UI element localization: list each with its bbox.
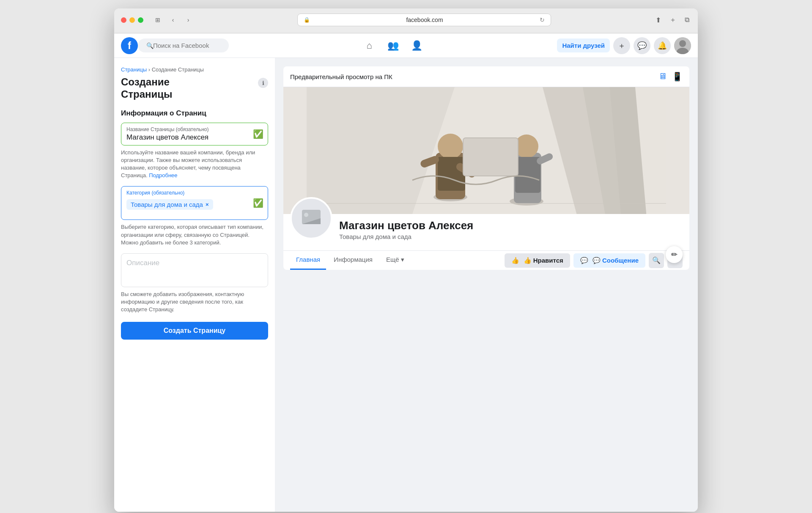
facebook-logo[interactable]: f bbox=[121, 37, 138, 54]
page-title-row: Создание Страницы ℹ bbox=[121, 76, 268, 101]
category-checkmark-icon: ✅ bbox=[253, 198, 263, 208]
minimize-traffic-light[interactable] bbox=[129, 17, 135, 23]
messenger-page-icon: 💬 bbox=[580, 257, 588, 264]
svg-rect-17 bbox=[515, 157, 540, 193]
sidebar: Страницы › Создание Страницы Создание Ст… bbox=[114, 58, 275, 512]
main-content: Страницы › Создание Страницы Создание Ст… bbox=[114, 58, 698, 512]
learn-more-link[interactable]: Подробнее bbox=[149, 172, 177, 178]
category-field[interactable]: Категория (обязательно) Товары для дома … bbox=[121, 186, 268, 220]
preview-page-category: Товары для дома и сада bbox=[339, 233, 683, 240]
preview-profile-section: Магазин цветов Алексея Товары для дома и… bbox=[283, 201, 689, 250]
description-field[interactable]: Описание bbox=[121, 253, 268, 287]
preview-title: Предварительный просмотр на ПК bbox=[290, 73, 392, 80]
preview-nav-home[interactable]: Главная bbox=[290, 251, 326, 270]
browser-actions: ⬆ ＋ ⧉ bbox=[654, 14, 691, 26]
svg-rect-11 bbox=[438, 157, 465, 191]
like-icon: 👍 bbox=[511, 257, 519, 264]
svg-rect-20 bbox=[463, 138, 518, 176]
section-title: Информация о Страниц bbox=[121, 109, 268, 118]
category-label: Категория (обязательно) bbox=[126, 190, 263, 196]
messenger-btn[interactable]: 💬 bbox=[634, 37, 650, 54]
search-wrap: 🔍 bbox=[138, 38, 229, 52]
cover-photo bbox=[283, 87, 689, 214]
url-text: facebook.com bbox=[313, 16, 536, 23]
browser-chrome: ⊞ ‹ › 🔒 facebook.com ↻ ⬆ ＋ ⧉ bbox=[114, 8, 698, 33]
maximize-traffic-light[interactable] bbox=[138, 17, 143, 23]
preview-nav-right: 👍 👍 Нравится 💬 💬 Сообщение 🔍 bbox=[505, 253, 683, 268]
preview-page-info: Магазин цветов Алексея Товары для дома и… bbox=[339, 219, 683, 244]
preview-card: Магазин цветов Алексея Товары для дома и… bbox=[283, 87, 689, 270]
back-btn[interactable]: ‹ bbox=[167, 14, 179, 26]
svg-point-10 bbox=[438, 134, 463, 159]
page-title: Создание Страницы bbox=[121, 76, 173, 101]
share-btn[interactable]: ⬆ bbox=[654, 14, 663, 26]
bottom-hint: Вы сможете добавить изображения, контакт… bbox=[121, 291, 268, 314]
plus-btn[interactable]: ＋ bbox=[613, 37, 630, 54]
desktop-icon[interactable]: 🖥 bbox=[658, 71, 667, 82]
create-page-button[interactable]: Создать Страницу bbox=[121, 322, 268, 340]
page-name-value: Магазин цветов Алексея bbox=[126, 133, 263, 142]
refresh-btn[interactable]: ↻ bbox=[540, 16, 545, 23]
search-page-btn[interactable]: 🔍 bbox=[649, 253, 664, 268]
groups-nav-btn[interactable]: 👤 bbox=[406, 36, 427, 56]
category-field-hint: Выберите категорию, которая описывает ти… bbox=[121, 223, 268, 247]
address-bar[interactable]: 🔒 facebook.com ↻ bbox=[297, 14, 551, 26]
page-name-field[interactable]: Название Страницы (обязательно) Магазин … bbox=[121, 123, 268, 145]
breadcrumb-separator: › bbox=[148, 66, 152, 73]
home-icon: ⌂ bbox=[367, 40, 372, 51]
home-nav-btn[interactable]: ⌂ bbox=[359, 36, 379, 56]
name-field-hint: Используйте название вашей компании, бре… bbox=[121, 149, 268, 180]
avatar-placeholder-icon bbox=[299, 206, 324, 231]
facebook-navbar: f 🔍 ⌂ 👥 👤 Найти друзей ＋ 💬 🔔 bbox=[114, 33, 698, 58]
preview-nav: Главная Информация Ещё ▾ 👍 👍 Нравится 💬 bbox=[283, 250, 689, 270]
tabs-btn[interactable]: ⧉ bbox=[683, 14, 691, 26]
groups-icon: 👤 bbox=[411, 40, 422, 51]
info-icon[interactable]: ℹ bbox=[258, 78, 268, 88]
friends-icon: 👥 bbox=[387, 40, 399, 51]
new-tab-btn[interactable]: ＋ bbox=[668, 14, 678, 26]
preview-page-avatar bbox=[290, 197, 332, 239]
mobile-icon[interactable]: 📱 bbox=[672, 71, 683, 82]
sidebar-toggle-btn[interactable]: ⊞ bbox=[152, 14, 164, 26]
nav-center: ⌂ 👥 👤 bbox=[229, 36, 557, 56]
traffic-lights bbox=[121, 17, 143, 23]
preview-nav-info[interactable]: Информация bbox=[328, 251, 379, 270]
message-page-btn[interactable]: 💬 💬 Сообщение bbox=[573, 253, 645, 268]
forward-btn[interactable]: › bbox=[182, 14, 194, 26]
lock-icon: 🔒 bbox=[304, 17, 310, 23]
preview-nav-more[interactable]: Ещё ▾ bbox=[380, 251, 410, 270]
description-placeholder: Описание bbox=[126, 259, 159, 267]
category-tag-remove[interactable]: × bbox=[206, 201, 209, 208]
browser-window: ⊞ ‹ › 🔒 facebook.com ↻ ⬆ ＋ ⧉ f 🔍 bbox=[114, 8, 698, 512]
preview-nav-left: Главная Информация Ещё ▾ bbox=[290, 251, 410, 270]
close-traffic-light[interactable] bbox=[121, 17, 126, 23]
svg-point-25 bbox=[304, 213, 308, 217]
cover-illustration bbox=[283, 87, 689, 214]
nav-right: Найти друзей ＋ 💬 🔔 bbox=[557, 37, 691, 54]
name-checkmark-icon: ✅ bbox=[253, 129, 263, 139]
svg-point-1 bbox=[679, 40, 686, 47]
search-icon: 🔍 bbox=[146, 42, 154, 49]
preview-wrapper: Предварительный просмотр на ПК 🖥 📱 bbox=[283, 66, 689, 270]
preview-header: Предварительный просмотр на ПК 🖥 📱 bbox=[283, 66, 689, 87]
category-tag: Товары для дома и сада × bbox=[126, 199, 213, 210]
edit-fab[interactable]: ✏ bbox=[666, 246, 683, 263]
page-name-label: Название Страницы (обязательно) bbox=[126, 126, 263, 132]
category-tag-text: Товары для дома и сада bbox=[131, 201, 203, 208]
notifications-btn[interactable]: 🔔 bbox=[654, 37, 671, 54]
breadcrumb-current: Создание Страницы bbox=[152, 66, 204, 73]
preview-page-name: Магазин цветов Алексея bbox=[339, 219, 683, 232]
search-page-icon: 🔍 bbox=[652, 256, 661, 264]
user-avatar[interactable] bbox=[674, 37, 691, 54]
breadcrumb-pages-link[interactable]: Страницы bbox=[121, 66, 147, 73]
breadcrumb: Страницы › Создание Страницы bbox=[121, 66, 268, 73]
find-friends-btn[interactable]: Найти друзей bbox=[557, 38, 610, 52]
friends-nav-btn[interactable]: 👥 bbox=[383, 36, 403, 56]
device-icons: 🖥 📱 bbox=[658, 71, 683, 82]
browser-controls: ⊞ ‹ › bbox=[152, 14, 194, 26]
edit-icon: ✏ bbox=[671, 250, 678, 259]
like-page-btn[interactable]: 👍 👍 Нравится bbox=[505, 253, 570, 268]
preview-section: Предварительный просмотр на ПК 🖥 📱 bbox=[275, 58, 698, 512]
